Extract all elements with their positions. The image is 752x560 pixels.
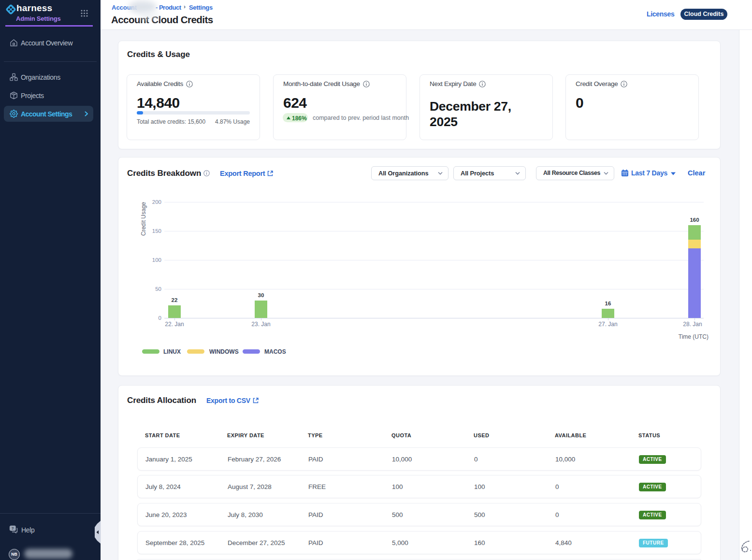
svg-text:?: ? bbox=[12, 526, 14, 531]
